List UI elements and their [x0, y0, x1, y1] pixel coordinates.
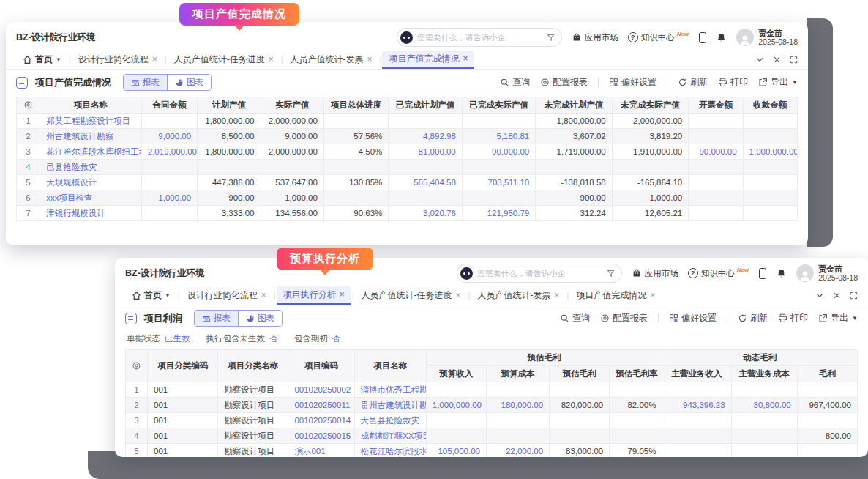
column-header[interactable]: 已完成实际产值: [462, 97, 535, 114]
column-header[interactable]: 项目分类名称: [218, 350, 288, 382]
cell-link[interactable]: 105,000.00: [426, 444, 486, 458]
cell-link[interactable]: 松花江哈尔滨段水库: [354, 444, 426, 458]
column-header[interactable]: 项目总体进度: [323, 97, 388, 114]
cell-link[interactable]: 30,800.00: [731, 398, 797, 413]
tab-item[interactable]: 项目产值完成情况: [569, 287, 662, 304]
tab-item[interactable]: 项目执行分析: [277, 286, 351, 305]
column-header[interactable]: 主营业务收入: [662, 366, 731, 382]
avatar[interactable]: [796, 264, 814, 282]
filter-value[interactable]: 否: [332, 334, 341, 343]
table-row[interactable]: 1郑某工程勘察设计项目1,800,000.002,000,000.001,800…: [17, 114, 798, 129]
chart-view-button[interactable]: 图表: [167, 75, 211, 90]
cell-link[interactable]: 943,396.23: [662, 398, 731, 413]
cell-link[interactable]: 大坝规模设计: [40, 175, 142, 190]
tab-home[interactable]: 首页▼: [125, 287, 177, 304]
cell-link[interactable]: 001020250015: [288, 428, 354, 444]
toolbar-refresh-button[interactable]: 刷新: [738, 312, 768, 324]
tab-close-icon[interactable]: [463, 53, 468, 64]
column-header[interactable]: 收款金额: [743, 97, 797, 114]
cell-link[interactable]: 5,180.81: [462, 129, 535, 144]
cell-link[interactable]: 001020250002: [288, 382, 354, 398]
filter-value[interactable]: 否: [269, 334, 278, 343]
cell-link[interactable]: 大邑县抢险救灾: [354, 413, 426, 428]
mobile-icon[interactable]: [759, 268, 766, 279]
column-header[interactable]: 项目编码: [288, 350, 354, 382]
filter-icon[interactable]: [606, 269, 616, 278]
filter-item[interactable]: 单据状态已生效: [127, 333, 190, 344]
column-header[interactable]: 预估毛利: [550, 366, 610, 382]
knowledge-center-button[interactable]: 知识中心 New: [688, 268, 749, 279]
report-view-button[interactable]: 报表: [124, 75, 167, 90]
column-header[interactable]: 未完成实际产值: [612, 97, 688, 114]
column-header[interactable]: 预算收入: [426, 366, 486, 382]
filter-icon[interactable]: [546, 33, 555, 42]
column-header[interactable]: 开票金额: [689, 97, 743, 114]
column-header[interactable]: 合同金额: [141, 97, 197, 114]
tab-close-icon[interactable]: [650, 290, 655, 300]
column-header[interactable]: 项目名称: [40, 97, 142, 114]
minimize-icon[interactable]: [755, 55, 764, 64]
cell-link[interactable]: 1,000,000.00: [743, 144, 797, 160]
column-header[interactable]: 实际产值: [261, 97, 323, 114]
tab-close-icon[interactable]: [269, 54, 274, 64]
toolbar-grid-button[interactable]: 偏好设置: [669, 312, 717, 324]
toolbar-refresh-button[interactable]: 刷新: [678, 76, 708, 89]
toolbar-search-button[interactable]: 查询: [500, 76, 530, 89]
tab-item[interactable]: 项目产值完成情况: [382, 51, 474, 69]
column-header[interactable]: 计划产值: [198, 97, 261, 114]
cell-link[interactable]: 郑某工程勘察设计项目: [40, 114, 142, 129]
cell-link[interactable]: 001020250011: [288, 398, 354, 413]
cell-link[interactable]: 90,000.00: [462, 144, 535, 160]
cell-link[interactable]: 成都都江堰XX项目: [354, 428, 426, 444]
table-row[interactable]: 2001勘察设计项目001020250011贵州古建筑设计勘察1,000,000…: [126, 398, 858, 413]
column-header[interactable]: 已完成计划产值: [389, 97, 462, 114]
tab-close-icon[interactable]: [456, 290, 461, 300]
filter-item[interactable]: 包含期初否: [294, 333, 341, 344]
toolbar-gear-button[interactable]: 配置报表: [540, 76, 588, 89]
tab-item[interactable]: 人员产值统计-发票: [471, 287, 566, 304]
cell-link[interactable]: 1,000,000.00: [426, 398, 486, 413]
table-row[interactable]: 2州古建筑设计勘察9,000.008,500.009,000.0057.56%4…: [17, 129, 798, 144]
table-row[interactable]: 5001勘察设计项目演示001松花江哈尔滨段水库105,000.0022,000…: [126, 444, 858, 458]
cell-link[interactable]: 22,000.00: [486, 444, 549, 458]
table-row[interactable]: 5大坝规模设计447,386.00537,647.00130.85%585,40…: [17, 175, 798, 190]
minimize-icon[interactable]: [815, 291, 824, 300]
toolbar-export-button[interactable]: 导出▼: [818, 312, 858, 324]
column-header[interactable]: 预算成本: [486, 366, 549, 382]
mobile-icon[interactable]: [699, 32, 706, 43]
chevron-down-icon[interactable]: ▼: [792, 79, 798, 86]
column-header[interactable]: 主营业务成本: [731, 366, 797, 382]
chart-view-button[interactable]: 图表: [238, 311, 282, 326]
column-header[interactable]: 毛利: [797, 366, 857, 382]
fullscreen-icon[interactable]: [850, 292, 858, 300]
cell-link[interactable]: 703,511.10: [462, 175, 535, 190]
table-row[interactable]: 7津银行规模设计3,333.00134,556.0090.63%3,020.76…: [17, 206, 798, 221]
cell-link[interactable]: 演示001: [288, 444, 354, 458]
close-icon[interactable]: [773, 56, 781, 64]
tab-home[interactable]: 首页▼: [16, 51, 68, 68]
tab-close-icon[interactable]: [261, 290, 266, 300]
chevron-down-icon[interactable]: ▼: [56, 56, 61, 63]
bell-icon[interactable]: [716, 32, 727, 43]
bell-icon[interactable]: [776, 268, 787, 279]
toolbar-grid-button[interactable]: 偏好设置: [609, 76, 656, 89]
close-icon[interactable]: [833, 292, 841, 300]
tab-item[interactable]: 人员产值统计-发票: [284, 51, 379, 68]
tab-item[interactable]: 人员产值统计-任务进度: [355, 287, 468, 304]
cell-link[interactable]: 121,950.79: [462, 206, 535, 221]
cell-link[interactable]: 001020250014: [288, 413, 354, 428]
toolbar-search-button[interactable]: 查询: [560, 312, 590, 324]
chevron-down-icon[interactable]: ▼: [852, 315, 858, 322]
report-view-button[interactable]: 报表: [195, 311, 238, 326]
cell-link[interactable]: 90,000.00: [689, 144, 743, 160]
table-row[interactable]: 6xxx项目检查1,000.00900.001,000.00900.001,00…: [17, 190, 798, 206]
filter-value[interactable]: 已生效: [165, 334, 190, 343]
table-row[interactable]: 4邑县抢险救灾: [17, 160, 798, 175]
fullscreen-icon[interactable]: [790, 56, 798, 64]
cell-link[interactable]: 州古建筑设计勘察: [40, 129, 142, 144]
cell-link[interactable]: 4,892.98: [389, 129, 462, 144]
toolbar-printer-button[interactable]: 打印: [718, 76, 748, 89]
knowledge-center-button[interactable]: 知识中心 New: [628, 32, 689, 43]
tab-item[interactable]: 设计行业简化流程: [181, 287, 273, 304]
cell-link[interactable]: 585,404.58: [389, 175, 462, 190]
